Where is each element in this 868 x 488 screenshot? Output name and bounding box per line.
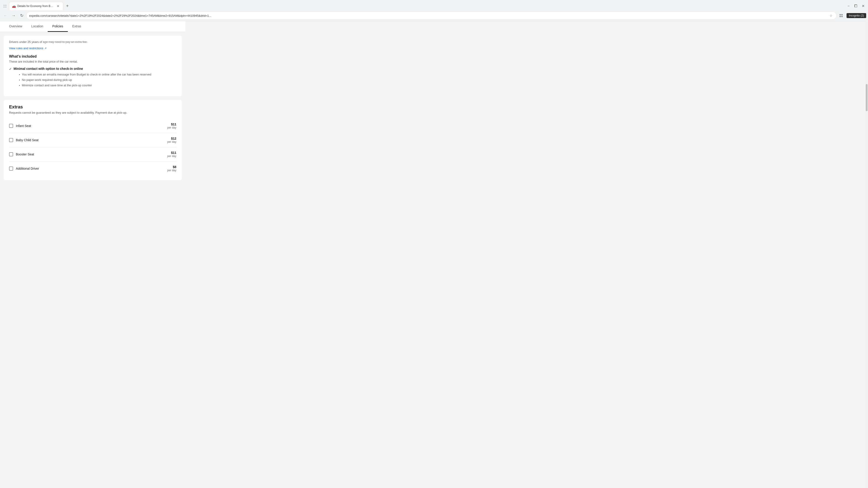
main-area: Overview Location Policies Extras Driver… [0,21,185,488]
svg-point-3 [6,6,6,7]
address-bar-row: ← → ↻ expedia.com/carsearch/details?date… [0,10,868,21]
baby-child-seat-label: Baby Child Seat [16,138,164,142]
extra-item-baby-child-seat: Baby Child Seat $12 per day [9,133,176,147]
baby-child-seat-amount: $12 [167,137,176,140]
bookmark-button[interactable]: ☆ [828,13,834,18]
booster-seat-unit: per day [167,155,176,158]
svg-rect-5 [841,14,843,15]
age-note-strikethrough: age may need to pay an extra fee. [43,40,88,43]
new-tab-button[interactable]: + [64,3,70,9]
infant-seat-label: Infant Seat [16,124,164,128]
view-rules-link[interactable]: View rules and restrictions ↗ [9,46,46,50]
bullet-item-1: No paper-work required during pick-up [19,78,151,82]
external-link-icon: ↗ [44,47,46,50]
tab-location[interactable]: Location [27,21,48,32]
active-tab[interactable]: 🚗 Details for Economy from Budg... ✕ [9,2,63,10]
close-button[interactable]: ✕ [860,3,866,9]
bullet-text-0: You will receive an email/a message from… [22,73,151,76]
bullet-item-0: You will receive an email/a message from… [19,73,151,76]
bullet-text-2: Minimize contact and save time at the pi… [22,84,92,87]
baby-child-seat-checkbox[interactable] [9,138,13,142]
svg-rect-7 [841,16,843,17]
svg-rect-4 [839,14,841,15]
scrollbar-thumb[interactable] [866,84,868,111]
svg-point-1 [6,5,6,5]
tab-close-button[interactable]: ✕ [56,4,60,8]
svg-point-2 [4,6,4,7]
additional-driver-price: $8 per day [167,165,176,172]
tab-policies[interactable]: Policies [48,21,68,32]
reload-button[interactable]: ↻ [18,12,25,19]
infant-seat-amount: $11 [167,123,176,126]
page-navigation: Overview Location Policies Extras [0,21,185,32]
booster-seat-checkbox[interactable] [9,152,13,156]
svg-point-0 [4,5,4,5]
extra-item-booster-seat: Booster Seat $11 per day [9,147,176,161]
address-url: expedia.com/carsearch/details?date1=2%2F… [29,14,827,18]
view-rules-label: View rules and restrictions [9,46,43,50]
whats-included-subtitle: These are included in the total price of… [9,60,176,63]
infant-seat-unit: per day [167,126,176,129]
tab-title: Details for Economy from Budg... [18,4,54,8]
back-button[interactable]: ← [2,12,9,19]
extensions-button[interactable] [837,12,845,19]
minimize-button[interactable]: − [845,3,852,9]
check-icon: ✓ [9,67,12,71]
extra-item-infant-seat: Infant Seat $11 per day [9,119,176,133]
extras-section: Extras Requests cannot be guaranteed as … [4,100,182,180]
extras-title: Extras [9,104,176,109]
booster-seat-amount: $11 [167,151,176,155]
address-icons: ☆ [828,13,834,18]
page-content: Overview Location Policies Extras Driver… [0,21,868,488]
baby-child-seat-unit: per day [167,140,176,143]
baby-child-seat-price: $12 per day [167,137,176,143]
additional-driver-checkbox[interactable] [9,166,13,170]
bullet-text-1: No paper-work required during pick-up [22,78,72,82]
included-item-0: ✓ Minimal contact with option to check-i… [9,67,176,89]
age-note-text: Drivers under 25 years of [9,40,43,43]
policies-section: Drivers under 25 years of age may need t… [4,36,182,96]
address-bar[interactable]: expedia.com/carsearch/details?date1=2%2F… [26,11,837,20]
forward-button[interactable]: → [10,12,17,19]
included-item-content: Minimal contact with option to check-in … [13,67,151,89]
included-item-bullets: You will receive an email/a message from… [19,73,151,87]
tab-overview[interactable]: Overview [4,21,27,32]
policies-top-note: Drivers under 25 years of age may need t… [9,40,176,43]
booster-seat-label: Booster Seat [16,153,164,156]
tab-bar: 🚗 Details for Economy from Budg... ✕ + −… [0,0,868,10]
maximize-button[interactable]: ⧠ [852,3,859,9]
additional-driver-unit: per day [167,169,176,172]
bullet-item-2: Minimize contact and save time at the pi… [19,84,151,87]
tab-extras[interactable]: Extras [68,21,86,32]
whats-included-title: What's included [9,55,176,59]
included-item-label: Minimal contact with option to check-in … [13,67,83,70]
profile-button[interactable]: Incognito (2) [846,13,866,18]
infant-seat-checkbox[interactable] [9,124,13,128]
browser-chrome: 🚗 Details for Economy from Budg... ✕ + −… [0,0,868,21]
window-controls: − ⧠ ✕ [845,3,866,9]
svg-rect-6 [839,16,841,17]
infant-seat-price: $11 per day [167,123,176,129]
extra-item-additional-driver: Additional Driver $8 per day [9,161,176,175]
additional-driver-amount: $8 [167,165,176,169]
extras-subtitle: Requests cannot be guaranteed as they ar… [9,111,176,114]
tab-switcher-button[interactable] [2,3,8,9]
scrollbar[interactable] [865,20,868,488]
tab-favicon: 🚗 [12,4,16,8]
additional-driver-label: Additional Driver [16,167,164,170]
booster-seat-price: $11 per day [167,151,176,158]
